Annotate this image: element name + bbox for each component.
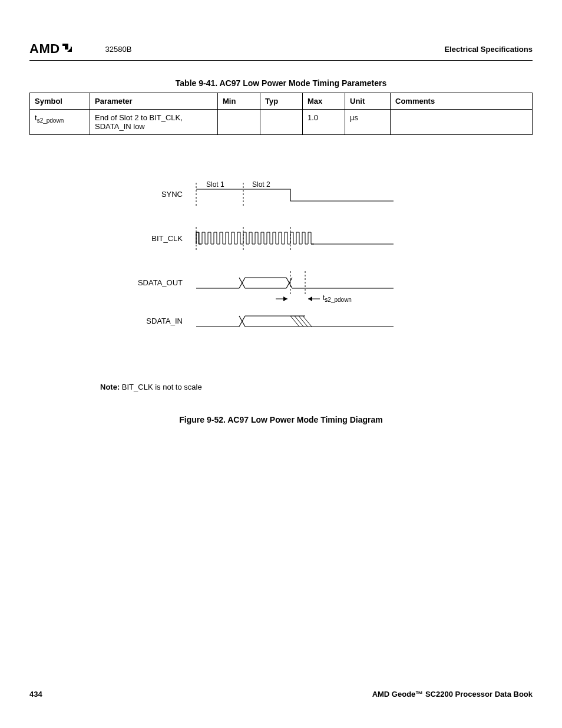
logo-text: AMD [29, 41, 60, 57]
page: AMD 32580B Electrical Specifications Tab… [0, 0, 562, 728]
svg-line-29 [303, 316, 312, 327]
signal-label-bitclk: BIT_CLK [29, 234, 193, 243]
th-comments: Comments [391, 93, 533, 110]
logo-arrow-icon [61, 41, 73, 57]
table-header-row: Symbol Parameter Min Typ Max Unit Commen… [30, 93, 533, 110]
symbol-subscript: s2_pdown [37, 117, 64, 124]
cell-comments [391, 110, 533, 135]
timing-parameters-table: Symbol Parameter Min Typ Max Unit Commen… [29, 93, 533, 135]
cell-symbol: ts2_pdown [30, 110, 90, 135]
signal-row-bitclk: BIT_CLK [29, 226, 394, 250]
signal-label-sync: SYNC [29, 190, 193, 199]
book-title: AMD Geode™ SC2200 Processor Data Book [372, 690, 533, 699]
svg-line-26 [290, 316, 299, 327]
amd-logo: AMD [29, 41, 73, 57]
th-max: Max [303, 93, 345, 110]
sdatain-waveform [193, 309, 394, 332]
page-number: 434 [29, 690, 42, 699]
svg-marker-20 [308, 297, 312, 301]
signal-row-sync: SYNC Slot 1 Slot 2 [29, 182, 394, 206]
page-footer: 434 AMD Geode™ SC2200 Processor Data Boo… [29, 690, 533, 699]
measure-row: ts2_pdown [193, 293, 394, 305]
header-left: AMD 32580B [29, 41, 131, 57]
sync-waveform: Slot 1 Slot 2 [193, 182, 394, 206]
signal-label-sdataout: SDATA_OUT [29, 278, 193, 287]
sdataout-waveform [193, 271, 394, 294]
section-title: Electrical Specifications [444, 45, 533, 54]
table-row: ts2_pdown End of Slot 2 to BIT_CLK, SDAT… [30, 110, 533, 135]
slot2-text: Slot 2 [252, 180, 270, 189]
cell-min [218, 110, 260, 135]
th-unit: Unit [345, 93, 391, 110]
svg-marker-18 [283, 297, 287, 301]
th-typ: Typ [260, 93, 303, 110]
signal-label-sdatain: SDATA_IN [29, 317, 193, 325]
figure-title: Figure 9-52. AC97 Low Power Mode Timing … [29, 415, 533, 424]
cell-typ [260, 110, 303, 135]
signal-row-sdatain: SDATA_IN [29, 309, 394, 332]
svg-line-27 [295, 316, 303, 327]
slot1-text: Slot 1 [206, 180, 224, 189]
note-text: BIT_CLK is not to scale [120, 383, 201, 391]
signal-row-sdataout: SDATA_OUT [29, 271, 394, 294]
measure-sub: s2_pdown [325, 297, 352, 303]
diagram-note: Note: BIT_CLK is not to scale [100, 383, 533, 391]
note-label: Note: [100, 383, 120, 391]
table-title: Table 9-41. AC97 Low Power Mode Timing P… [29, 78, 533, 88]
page-header: AMD 32580B Electrical Specifications [29, 41, 533, 61]
th-symbol: Symbol [30, 93, 90, 110]
cell-unit: µs [345, 110, 391, 135]
svg-line-28 [299, 316, 308, 327]
doc-number: 32580B [105, 45, 132, 54]
timing-diagram: SYNC Slot 1 Slot 2 BIT_CLK [29, 182, 533, 371]
cell-parameter: End of Slot 2 to BIT_CLK, SDATA_IN low [90, 110, 218, 135]
measure-label: ts2_pdown [323, 294, 352, 303]
bitclk-waveform [193, 226, 394, 250]
th-parameter: Parameter [90, 93, 218, 110]
cell-max: 1.0 [303, 110, 345, 135]
th-min: Min [218, 93, 260, 110]
